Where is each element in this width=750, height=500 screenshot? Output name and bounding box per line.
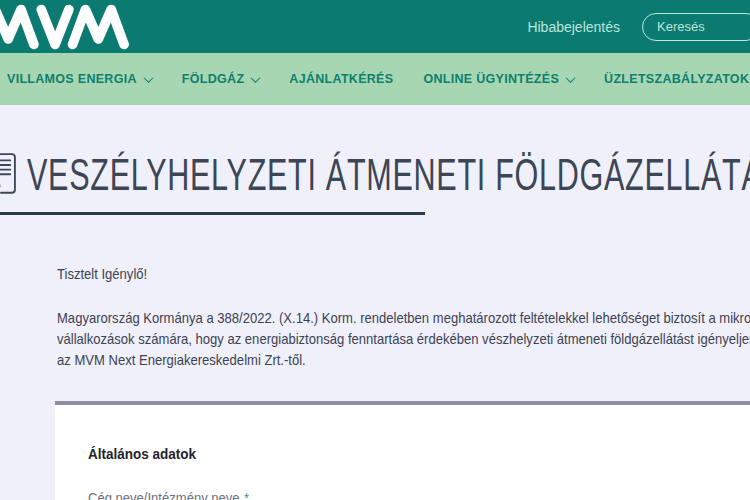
nav-label: ÜZLETSZABÁLYZATOK xyxy=(604,72,749,86)
company-name-label: Cég neve/Intézmény neve* xyxy=(88,489,750,500)
nav-item-uzletszabalyzatok[interactable]: ÜZLETSZABÁLYZATOK xyxy=(604,72,749,86)
chevron-down-icon xyxy=(143,73,153,83)
chevron-down-icon xyxy=(251,73,261,83)
nav-item-foldgaz[interactable]: FÖLDGÁZ xyxy=(182,72,260,86)
intro-paragraph: Magyarország Kormánya a 388/2022. (X.14.… xyxy=(57,307,750,370)
nav-label: ONLINE ÜGYINTÉZÉS xyxy=(423,72,559,86)
search-input[interactable]: Keresés xyxy=(642,13,750,41)
general-data-form-card: Általános adatok Cég neve/Intézmény neve… xyxy=(55,401,750,500)
nav-label: VILLAMOS ENERGIA xyxy=(7,72,137,86)
title-underline xyxy=(0,212,425,215)
nav-label: FÖLDGÁZ xyxy=(182,72,245,86)
nav-item-villamos-energia[interactable]: VILLAMOS ENERGIA xyxy=(7,72,152,86)
page-content: VESZÉLYHELYZETI ÁTMENETI FÖLDGÁZELLÁTÁS … xyxy=(0,151,750,500)
form-section-title: Általános adatok xyxy=(88,445,750,463)
nav-item-online-ugyintezes[interactable]: ONLINE ÜGYINTÉZÉS xyxy=(423,72,574,86)
page-title-row: VESZÉLYHELYZETI ÁTMENETI FÖLDGÁZELLÁTÁS xyxy=(0,151,750,199)
search-label: Keresés xyxy=(657,19,705,34)
main-nav: VILLAMOS ENERGIA FÖLDGÁZ AJÁNLATKÉRÉS ON… xyxy=(0,53,750,105)
page-title: VESZÉLYHELYZETI ÁTMENETI FÖLDGÁZELLÁTÁS xyxy=(27,149,750,201)
greeting-text: Tisztelt Igénylő! xyxy=(57,265,750,282)
mvm-logo[interactable] xyxy=(0,4,136,50)
nav-item-ajanlatkeres[interactable]: AJÁNLATKÉRÉS xyxy=(289,72,393,86)
header-actions: Hibabejelentés Keresés xyxy=(527,13,750,41)
certificate-document-icon xyxy=(0,152,18,198)
top-header: Hibabejelentés Keresés xyxy=(0,0,750,53)
nav-label: AJÁNLATKÉRÉS xyxy=(289,72,393,86)
fault-report-link[interactable]: Hibabejelentés xyxy=(527,19,620,35)
required-asterisk: * xyxy=(244,489,249,500)
chevron-down-icon xyxy=(566,73,576,83)
